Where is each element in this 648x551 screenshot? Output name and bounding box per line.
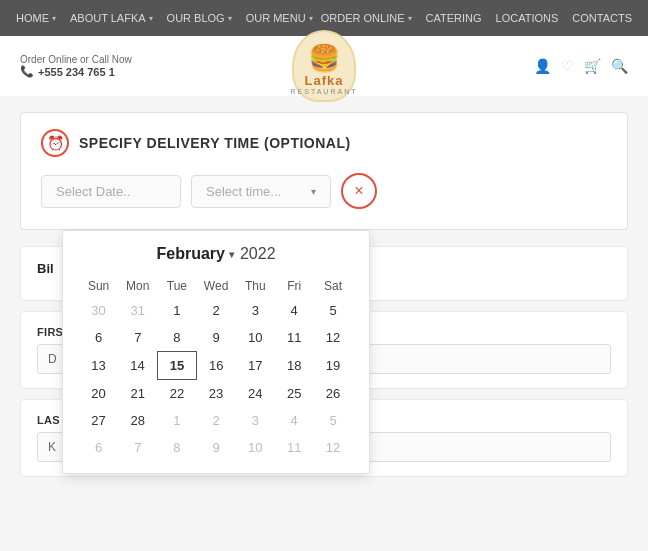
- search-icon[interactable]: 🔍: [611, 58, 628, 74]
- nav-about[interactable]: ABOUT LAFKA ▾: [70, 12, 153, 24]
- date-input[interactable]: Select Date..: [41, 175, 181, 208]
- nav-menu[interactable]: OUR MENU ▾: [246, 12, 313, 24]
- cart-icon[interactable]: 🛒: [584, 58, 601, 74]
- heart-icon[interactable]: ♡: [561, 58, 574, 74]
- calendar-day-cell[interactable]: 7: [118, 434, 157, 461]
- nav-blog[interactable]: OUR BLOG ▾: [167, 12, 232, 24]
- calendar-day-cell[interactable]: 15: [157, 352, 196, 380]
- calendar-day-cell[interactable]: 27: [79, 407, 118, 434]
- calendar-week-row: 272812345: [79, 407, 353, 434]
- calendar-month-label: February: [156, 245, 224, 263]
- calendar-day-cell[interactable]: 24: [236, 380, 275, 408]
- day-header-thu: Thu: [236, 275, 275, 297]
- phone-number: 📞 +555 234 765 1: [20, 65, 132, 78]
- calendar-day-cell[interactable]: 22: [157, 380, 196, 408]
- calendar-day-cell[interactable]: 9: [196, 324, 235, 352]
- nav-order-chevron: ▾: [408, 14, 412, 23]
- calendar-week-row: 6789101112: [79, 434, 353, 461]
- calendar-day-cell[interactable]: 25: [275, 380, 314, 408]
- time-select[interactable]: Select time... ▾: [191, 175, 331, 208]
- logo-subtext: RESTAURANT: [291, 88, 358, 95]
- calendar-year: 2022: [240, 245, 276, 263]
- calendar-day-cell[interactable]: 30: [79, 297, 118, 324]
- calendar-day-cell[interactable]: 18: [275, 352, 314, 380]
- calendar-day-cell[interactable]: 1: [157, 297, 196, 324]
- calendar-day-cell[interactable]: 6: [79, 434, 118, 461]
- nav-catering[interactable]: CATERING: [426, 12, 482, 24]
- calendar-grid: Sun Mon Tue Wed Thu Fri Sat 303112345678…: [79, 275, 353, 461]
- logo-badge: 🍔 Lafka RESTAURANT: [292, 30, 356, 102]
- nav-blog-chevron: ▾: [228, 14, 232, 23]
- day-header-tue: Tue: [157, 275, 196, 297]
- nav-menu-label: OUR MENU: [246, 12, 306, 24]
- calendar-day-cell[interactable]: 17: [236, 352, 275, 380]
- calendar-day-cell[interactable]: 16: [196, 352, 235, 380]
- delivery-header: ⏰ SPECIFY DELIVERY TIME (OPTIONAL): [41, 129, 607, 157]
- nav-home[interactable]: HOME ▾: [16, 12, 56, 24]
- day-header-fri: Fri: [275, 275, 314, 297]
- day-header-mon: Mon: [118, 275, 157, 297]
- main-content: ⏰ SPECIFY DELIVERY TIME (OPTIONAL) Selec…: [0, 96, 648, 503]
- nav-locations[interactable]: LOCATIONS: [496, 12, 559, 24]
- calendar-day-cell[interactable]: 26: [314, 380, 353, 408]
- calendar-week-row: 20212223242526: [79, 380, 353, 408]
- logo-bar: Order Online or Call Now 📞 +555 234 765 …: [0, 36, 648, 96]
- calendar-day-cell[interactable]: 1: [157, 407, 196, 434]
- calendar-day-cell[interactable]: 3: [236, 407, 275, 434]
- nav-order-online[interactable]: ORDER ONLINE ▾: [321, 12, 412, 24]
- calendar-day-cell[interactable]: 2: [196, 407, 235, 434]
- calendar-day-cell[interactable]: 13: [79, 352, 118, 380]
- calendar-day-cell[interactable]: 2: [196, 297, 235, 324]
- logo-center[interactable]: 🍔 Lafka RESTAURANT: [292, 30, 356, 102]
- calendar-day-cell[interactable]: 10: [236, 324, 275, 352]
- calendar-day-cell[interactable]: 5: [314, 297, 353, 324]
- calendar-day-cell[interactable]: 28: [118, 407, 157, 434]
- clear-icon: ×: [354, 182, 363, 200]
- calendar-day-cell[interactable]: 20: [79, 380, 118, 408]
- calendar-day-cell[interactable]: 5: [314, 407, 353, 434]
- calendar-month-selector[interactable]: February ▾: [156, 245, 233, 263]
- burger-logo-icon: 🍔: [308, 43, 340, 74]
- calendar-dropdown: February ▾ 2022 Sun Mon Tue Wed Thu Fri …: [62, 230, 370, 474]
- time-chevron-icon: ▾: [311, 186, 316, 197]
- calendar-day-cell[interactable]: 12: [314, 434, 353, 461]
- calendar-week-row: 13141516171819: [79, 352, 353, 380]
- nav-blog-label: OUR BLOG: [167, 12, 225, 24]
- clear-button[interactable]: ×: [341, 173, 377, 209]
- calendar-day-cell[interactable]: 3: [236, 297, 275, 324]
- day-header-sun: Sun: [79, 275, 118, 297]
- calendar-day-headers: Sun Mon Tue Wed Thu Fri Sat: [79, 275, 353, 297]
- calendar-day-cell[interactable]: 7: [118, 324, 157, 352]
- nav-contacts[interactable]: CONTACTS: [572, 12, 632, 24]
- nav-icons: 👤 ♡ 🛒 🔍: [534, 58, 628, 74]
- month-dropdown-chevron: ▾: [229, 249, 234, 260]
- calendar-day-cell[interactable]: 6: [79, 324, 118, 352]
- logo-name: Lafka: [305, 74, 344, 88]
- logo-left: Order Online or Call Now 📞 +555 234 765 …: [20, 54, 132, 78]
- calendar-day-cell[interactable]: 4: [275, 407, 314, 434]
- calendar-day-cell[interactable]: 4: [275, 297, 314, 324]
- calendar-day-cell[interactable]: 19: [314, 352, 353, 380]
- calendar-week-row: 303112345: [79, 297, 353, 324]
- nav-left-links: HOME ▾ ABOUT LAFKA ▾ OUR BLOG ▾ OUR MENU…: [16, 12, 313, 24]
- day-header-sat: Sat: [314, 275, 353, 297]
- calendar-day-cell[interactable]: 8: [157, 434, 196, 461]
- date-placeholder: Select Date..: [56, 184, 130, 199]
- phone-icon: 📞: [20, 65, 34, 78]
- calendar-day-cell[interactable]: 23: [196, 380, 235, 408]
- calendar-day-cell[interactable]: 9: [196, 434, 235, 461]
- datetime-row: Select Date.. Select time... ▾ ×: [41, 173, 607, 209]
- calendar-day-cell[interactable]: 12: [314, 324, 353, 352]
- user-icon[interactable]: 👤: [534, 58, 551, 74]
- calendar-day-cell[interactable]: 8: [157, 324, 196, 352]
- day-header-row: Sun Mon Tue Wed Thu Fri Sat: [79, 275, 353, 297]
- calendar-day-cell[interactable]: 21: [118, 380, 157, 408]
- calendar-day-cell[interactable]: 10: [236, 434, 275, 461]
- nav-about-chevron: ▾: [149, 14, 153, 23]
- calendar-day-cell[interactable]: 11: [275, 434, 314, 461]
- delivery-card: ⏰ SPECIFY DELIVERY TIME (OPTIONAL) Selec…: [20, 112, 628, 230]
- calendar-day-cell[interactable]: 14: [118, 352, 157, 380]
- calendar-day-cell[interactable]: 11: [275, 324, 314, 352]
- order-text: Order Online or Call Now: [20, 54, 132, 65]
- calendar-day-cell[interactable]: 31: [118, 297, 157, 324]
